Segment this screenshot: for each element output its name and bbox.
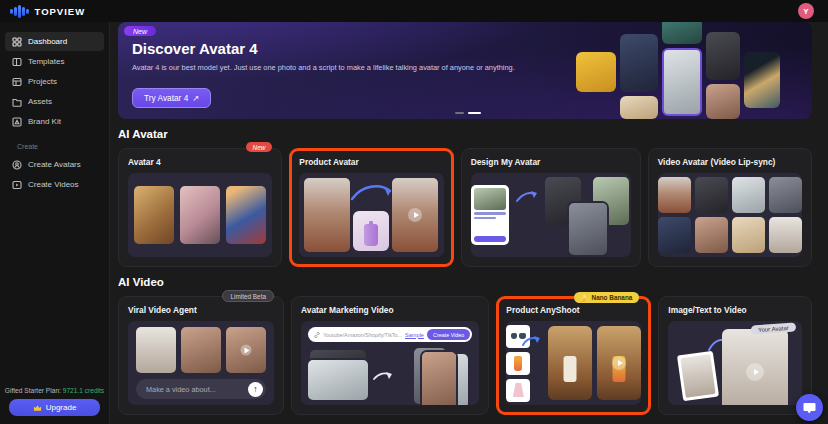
collage-dog-tile <box>620 96 658 119</box>
card-design-my-avatar[interactable]: Design My Avatar <box>461 148 641 267</box>
prompt-bar: ↑ <box>136 379 266 399</box>
sidebar-item-brand-kit[interactable]: Brand Kit <box>5 112 104 131</box>
play-icon <box>746 363 764 381</box>
card-avatar-marketing-video[interactable]: Avatar Marketing Video Youtube/Amazon/Sh… <box>291 296 489 415</box>
card-title: Avatar 4 <box>128 157 272 167</box>
ugc-thumb <box>136 327 176 373</box>
main-content: New Discover Avatar 4 Avatar 4 is our be… <box>110 22 828 424</box>
card-title: Product AnyShoot <box>506 305 641 315</box>
card-title: Product Avatar <box>299 157 443 167</box>
up-arrow-icon: ↑ <box>253 385 258 394</box>
card-viral-video-agent[interactable]: Limited Beta Viral Video Agent ↑ <box>118 296 284 415</box>
presenter-grid <box>658 177 802 253</box>
model-before-thumb <box>304 178 350 252</box>
sample-link[interactable]: Sample <box>405 332 424 338</box>
dress-icon <box>513 383 524 397</box>
sidebar: Dashboard Templates Projects Assets Bran… <box>0 22 110 424</box>
make-video-input[interactable] <box>146 385 248 394</box>
url-placeholder: Youtube/Amazon/Shopify/TikTo... <box>323 332 402 338</box>
card-avatar-4[interactable]: New Avatar 4 <box>118 148 282 267</box>
topview-logo[interactable]: TOPVIEW <box>10 4 85 18</box>
collage-raccoon-tile <box>576 52 616 92</box>
nano-banana-badge: 🍌 Nano Banana <box>574 292 640 303</box>
presenter-thumb <box>695 177 728 213</box>
carousel-dot[interactable] <box>455 112 464 115</box>
presenter-thumb <box>732 177 765 213</box>
user-avatar[interactable]: Y <box>798 3 814 19</box>
sidebar-nav: Dashboard Templates Projects Assets Bran… <box>0 22 109 195</box>
anyshoot-preview <box>506 321 641 405</box>
create-videos-icon <box>12 180 22 190</box>
card-title: Viral Video Agent <box>128 305 274 315</box>
templates-icon <box>12 57 22 67</box>
model-after-thumb <box>392 178 438 252</box>
presenter-thumb <box>732 217 765 253</box>
play-icon <box>612 356 626 370</box>
try-avatar-4-label: Try Avatar 4 <box>144 93 188 103</box>
design-my-avatar-preview <box>471 173 631 257</box>
plan-label: Gifted Starter Plan: <box>5 387 61 394</box>
tumbler-icon <box>364 224 378 246</box>
avatar-variant-thumb <box>569 203 607 255</box>
viral-video-preview: ↑ <box>128 321 274 405</box>
sidebar-item-label: Projects <box>28 77 57 86</box>
product-avatar-preview <box>299 173 443 257</box>
presenter-thumb <box>658 177 691 213</box>
ugc-thumb <box>226 327 266 373</box>
link-icon <box>314 332 320 338</box>
chat-widget-button[interactable] <box>796 394 823 421</box>
create-video-button[interactable]: Create Video <box>427 329 470 340</box>
send-button[interactable]: ↑ <box>248 382 263 397</box>
create-avatars-icon <box>12 160 22 170</box>
presenter-thumb <box>658 217 691 253</box>
sidebar-item-create-videos[interactable]: Create Videos <box>5 175 104 194</box>
carousel-dot-active[interactable] <box>468 112 481 115</box>
hero-title: Discover Avatar 4 <box>132 40 812 57</box>
assets-icon <box>12 97 22 107</box>
ai-avatar-heading: AI Avatar <box>118 128 812 140</box>
topbar: TOPVIEW Y <box>0 0 828 22</box>
card-title: Avatar Marketing Video <box>301 305 479 315</box>
play-icon <box>241 345 252 356</box>
woman-avatar-thumb <box>180 186 220 244</box>
url-input-bar[interactable]: Youtube/Amazon/Shopify/TikTo... Sample C… <box>308 327 472 342</box>
image-to-video-preview: Your Avatar <box>668 321 802 405</box>
collage-pearl-girl-tile <box>744 52 780 108</box>
sidebar-item-dashboard[interactable]: Dashboard <box>5 32 104 51</box>
card-title: Video Avatar (Video Lip-sync) <box>658 157 802 167</box>
card-title: Image/Text to Video <box>668 305 802 315</box>
collage-woman-tile <box>662 48 702 116</box>
transform-arrow-icon <box>372 370 394 382</box>
chat-icon <box>803 402 816 414</box>
sidebar-item-assets[interactable]: Assets <box>5 92 104 111</box>
sidebar-item-label: Create Videos <box>28 180 79 189</box>
crown-icon <box>33 404 42 412</box>
product-cup-thumb <box>353 211 389 251</box>
try-avatar-4-button[interactable]: Try Avatar 4 ↗ <box>132 88 211 108</box>
sidebar-item-label: Brand Kit <box>28 117 61 126</box>
ugc-thumbs <box>136 327 266 373</box>
card-product-anyshoot[interactable]: 🍌 Nano Banana Product AnyShoot <box>496 296 651 415</box>
card-title: Design My Avatar <box>471 157 631 167</box>
limited-beta-badge: Limited Beta <box>222 290 274 302</box>
banana-icon: 🍌 <box>581 294 589 302</box>
sidebar-item-label: Templates <box>28 57 64 66</box>
product-page-thumb <box>308 360 368 400</box>
result-video-thumb <box>422 352 456 405</box>
sidebar-item-label: Dashboard <box>28 37 67 46</box>
sidebar-item-projects[interactable]: Projects <box>5 72 104 91</box>
sidebar-item-templates[interactable]: Templates <box>5 52 104 71</box>
card-image-text-to-video[interactable]: Image/Text to Video Your Avatar <box>658 296 812 415</box>
card-product-avatar[interactable]: Product Avatar <box>289 148 453 267</box>
card-video-avatar[interactable]: Video Avatar (Video Lip-sync) <box>648 148 812 267</box>
result-video-thumb <box>722 329 788 405</box>
superhero-avatar-thumb <box>226 186 266 244</box>
upgrade-button[interactable]: Upgrade <box>9 399 100 416</box>
ai-video-row: Limited Beta Viral Video Agent ↑ <box>118 296 812 415</box>
hero-banner: New Discover Avatar 4 Avatar 4 is our be… <box>118 22 812 119</box>
bottle-icon <box>514 356 522 371</box>
presenter-thumb <box>769 177 802 213</box>
sidebar-item-create-avatars[interactable]: Create Avatars <box>5 155 104 174</box>
plan-info: Gifted Starter Plan: 9721.1 credits <box>0 387 109 394</box>
ai-video-heading: AI Video <box>118 276 812 288</box>
